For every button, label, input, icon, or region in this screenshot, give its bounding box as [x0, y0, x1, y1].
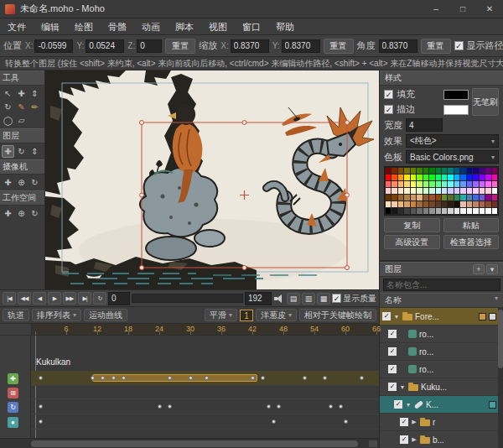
picker-select-button[interactable]: 检查器选择	[443, 235, 500, 249]
reset-angle-button[interactable]: 重置	[421, 39, 451, 54]
palette-swatch[interactable]	[460, 168, 465, 174]
palette-swatch[interactable]	[473, 195, 478, 201]
name-column-header[interactable]: 名称	[385, 294, 402, 306]
track-label[interactable]: Kukulkan	[36, 357, 70, 367]
onion-skin-dropdown[interactable]: 洋葱皮▾	[256, 309, 297, 321]
step-forward-button[interactable]: ▶▶	[63, 292, 76, 305]
palette-swatch[interactable]	[404, 188, 409, 194]
palette-swatch[interactable]	[485, 175, 490, 180]
palette-swatch[interactable]	[480, 195, 485, 201]
translation-channel-icon[interactable]: ✚	[8, 373, 18, 384]
palette-swatch[interactable]	[392, 188, 397, 194]
palette-swatch[interactable]	[480, 188, 485, 194]
layer-row[interactable]: ✓ro...	[380, 326, 503, 343]
palette-swatch[interactable]	[392, 201, 397, 207]
keyframe-dot[interactable]	[168, 404, 172, 409]
effect-dropdown[interactable]: <纯色>▾	[406, 134, 499, 148]
layer-visibility-checkbox[interactable]: ✓	[400, 418, 408, 426]
palette-swatch[interactable]	[467, 168, 472, 174]
palette-swatch[interactable]	[392, 181, 397, 187]
palette-swatch[interactable]	[436, 175, 441, 180]
menu-item-3[interactable]: 骨骼	[101, 18, 134, 35]
palette-swatch[interactable]	[392, 208, 397, 214]
palette-swatch[interactable]	[467, 188, 472, 194]
timeline-track-row[interactable]	[31, 399, 379, 414]
palette-swatch[interactable]	[429, 195, 434, 201]
layer-color-chip[interactable]	[489, 401, 496, 409]
palette-swatch[interactable]	[429, 175, 434, 180]
palette-swatch[interactable]	[386, 181, 391, 187]
timeline-track-row[interactable]	[31, 414, 379, 430]
rotate-points-tool[interactable]: ↻	[2, 101, 14, 113]
timeline-channels-view-button[interactable]: ▤	[287, 293, 300, 305]
palette-swatch[interactable]	[442, 201, 447, 207]
position-y-input[interactable]	[86, 39, 124, 53]
palette-swatch[interactable]	[480, 208, 485, 214]
palette-swatch[interactable]	[386, 168, 391, 174]
layer-row[interactable]: ✓ro...	[380, 343, 503, 361]
palette-swatch[interactable]	[492, 181, 497, 187]
keyframe-dot[interactable]	[189, 376, 193, 380]
palette-swatch[interactable]	[473, 181, 478, 187]
menu-item-0[interactable]: 文件	[0, 18, 34, 35]
palette-swatch[interactable]	[460, 195, 465, 201]
palette-swatch[interactable]	[454, 208, 459, 214]
keyframe-dot[interactable]	[39, 376, 43, 380]
collapse-icon[interactable]: ▼	[399, 384, 406, 390]
palette-swatch[interactable]	[436, 201, 441, 207]
palette-swatch[interactable]	[429, 208, 434, 214]
palette-swatch[interactable]	[448, 168, 453, 174]
layer-visibility-checkbox[interactable]: ✓	[388, 347, 397, 356]
scale-points-tool[interactable]: ⇕	[29, 87, 41, 100]
palette-swatch[interactable]	[454, 201, 459, 207]
palette-swatch[interactable]	[467, 195, 472, 201]
layer-row[interactable]: ✓▼K...	[380, 396, 503, 414]
palette-swatch[interactable]	[417, 195, 422, 201]
palette-swatch[interactable]	[411, 201, 416, 207]
palette-swatch[interactable]	[492, 188, 497, 194]
palette-swatch[interactable]	[448, 208, 453, 214]
scale-x-input[interactable]	[231, 39, 269, 53]
interpolation-dropdown[interactable]: 平滑▾	[205, 309, 237, 321]
maximize-button[interactable]: □	[449, 0, 476, 18]
brush-button[interactable]: 无笔刷	[472, 88, 499, 116]
keyframe-span-bar[interactable]	[92, 374, 257, 382]
stroke-width-input[interactable]	[406, 118, 443, 132]
timeline-scrollbar-thumb[interactable]	[31, 440, 358, 447]
keyframe-dot[interactable]	[168, 376, 172, 380]
palette-swatch[interactable]	[417, 201, 422, 207]
paste-style-button[interactable]: 粘贴	[443, 218, 500, 232]
palette-swatch[interactable]	[429, 181, 434, 187]
translate-points-tool[interactable]: ✚	[15, 87, 28, 100]
current-frame-input[interactable]	[108, 292, 130, 305]
palette-swatch[interactable]	[485, 181, 490, 187]
palette-swatch[interactable]	[417, 168, 422, 174]
palette-swatch[interactable]	[448, 201, 453, 207]
palette-swatch[interactable]	[460, 175, 465, 180]
expand-icon[interactable]: ▶	[411, 419, 417, 425]
pan-workspace-tool[interactable]: ✚	[2, 207, 14, 220]
angle-input[interactable]	[379, 39, 417, 53]
menu-item-1[interactable]: 编辑	[34, 18, 67, 35]
palette-swatch[interactable]	[404, 181, 409, 187]
palette-swatch[interactable]	[485, 208, 490, 214]
canvas[interactable]	[45, 70, 379, 289]
close-button[interactable]: ✕	[476, 0, 503, 18]
layer-menu-button[interactable]: ▾	[486, 264, 498, 274]
rotate-workspace-tool[interactable]: ↻	[29, 207, 41, 220]
palette-swatch[interactable]	[467, 208, 472, 214]
palette-swatch[interactable]	[392, 195, 397, 201]
palette-swatch[interactable]	[411, 195, 416, 201]
palette-swatch[interactable]	[442, 208, 447, 214]
palette-swatch[interactable]	[404, 201, 409, 207]
palette-swatch[interactable]	[417, 208, 422, 214]
palette-swatch[interactable]	[492, 195, 497, 201]
layer-row[interactable]: ✓▼Kuku...	[380, 378, 503, 396]
timeline-track-row[interactable]	[31, 386, 379, 399]
reset-position-button[interactable]: 重置	[165, 39, 195, 54]
collapse-icon[interactable]: ▼	[405, 402, 412, 408]
volume-icon[interactable]	[273, 293, 285, 305]
palette-swatch[interactable]	[454, 181, 459, 187]
palette-swatch[interactable]	[411, 168, 416, 174]
keyframe-dot[interactable]	[344, 419, 348, 424]
